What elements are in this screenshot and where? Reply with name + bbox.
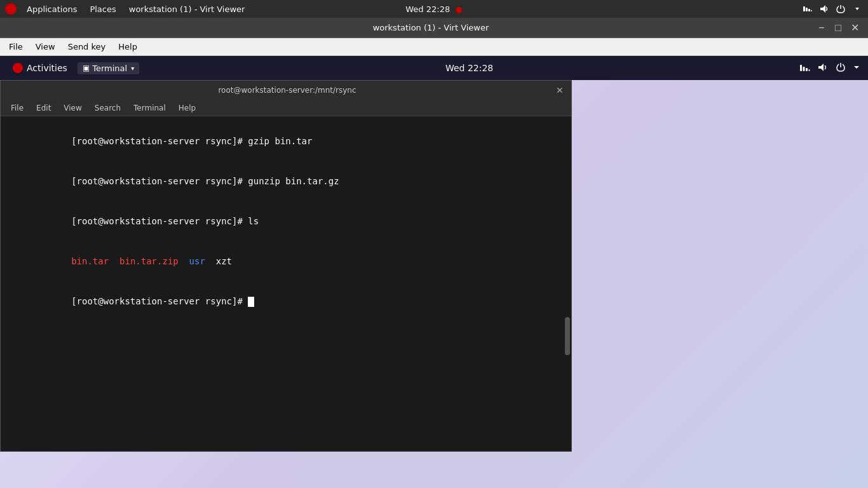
cursor [248,297,254,307]
guest-redhat-icon [13,63,23,73]
guest-chevron-icon[interactable] [853,63,860,73]
terminal-scrollbar[interactable] [565,317,570,355]
svg-marker-4 [820,5,825,13]
terminal-small-icon: ▣ [83,64,90,72]
activities-label: Activities [27,63,67,73]
close-button[interactable]: ✕ [849,22,860,34]
svg-rect-7 [803,67,805,71]
terminal-body[interactable]: [root@workstation-server rsync]# gzip bi… [1,116,571,451]
term-line-5: [root@workstation-server rsync]# [7,281,565,322]
term-menu-view[interactable]: View [58,102,86,114]
virt-menu-file[interactable]: File [3,41,29,53]
terminal-titlebar-title: root@workstation-server:/mnt/rsync [20,86,555,95]
terminal-close-button[interactable]: ✕ [555,85,565,95]
chevron-down-icon[interactable] [851,3,863,15]
virt-titlebar: workstation (1) - Virt Viewer − □ ✕ [0,18,868,38]
virt-titlebar-title: workstation (1) - Virt Viewer [46,23,816,32]
host-topbar-left: Applications Places workstation (1) - Vi… [5,3,250,15]
term-line-3: [root@workstation-server rsync]# ls [7,201,565,241]
maximize-button[interactable]: □ [832,22,844,34]
svg-rect-0 [803,6,805,11]
terminal-taskbar-label: Terminal [92,64,127,73]
host-tray [802,3,863,15]
terminal-titlebar: root@workstation-server:/mnt/rsync ✕ [1,81,571,100]
guest-topbar: Activities ▣ Terminal ▾ Wed 22:28 [0,56,868,80]
svg-rect-1 [806,8,808,11]
host-topbar: Applications Places workstation (1) - Vi… [0,0,868,18]
activities-button[interactable]: Activities [8,62,72,74]
redhat-icon [5,3,17,15]
virt-menubar: File View Send key Help [0,38,868,56]
places-menu[interactable]: Places [85,3,121,15]
window-title-menu[interactable]: workstation (1) - Virt Viewer [124,3,250,15]
guest-network-icon[interactable] [799,62,811,75]
term-line-4-ls: bin.tar bin.tar.zip usr xzt [7,241,565,281]
guest-tray [799,62,860,75]
terminal-taskbar-button[interactable]: ▣ Terminal ▾ [78,62,139,74]
terminal-menubar: File Edit View Search Terminal Help [1,100,571,116]
terminal-window: root@workstation-server:/mnt/rsync ✕ Fil… [0,80,572,452]
svg-marker-10 [818,64,824,71]
svg-rect-3 [811,10,812,11]
term-menu-terminal[interactable]: Terminal [128,102,171,114]
svg-rect-9 [809,69,810,71]
volume-tray-icon[interactable] [818,3,830,15]
term-line-2: [root@workstation-server rsync]# gunzip … [7,161,565,201]
svg-marker-11 [854,66,859,69]
term-menu-edit[interactable]: Edit [31,102,56,114]
network-tray-icon[interactable] [802,3,813,15]
term-menu-file[interactable]: File [6,102,29,114]
term-menu-help[interactable]: Help [173,102,201,114]
svg-rect-8 [806,68,808,71]
guest-topbar-left: Activities ▣ Terminal ▾ [8,62,139,74]
guest-time: Wed 22:28 [445,63,493,73]
virt-menu-view[interactable]: View [29,41,62,53]
terminal-dropdown-icon: ▾ [131,65,134,72]
virt-viewer-window: workstation (1) - Virt Viewer − □ ✕ File… [0,18,868,488]
guest-clock: Wed 22:28 [445,63,493,73]
applications-menu[interactable]: Applications [22,3,82,15]
svg-rect-6 [800,65,802,71]
virt-menu-sendkey[interactable]: Send key [62,41,112,53]
term-menu-search[interactable]: Search [90,102,126,114]
virt-menu-help[interactable]: Help [112,41,144,53]
virt-titlebar-controls: − □ ✕ [816,22,860,34]
power-tray-icon[interactable] [835,3,846,15]
guest-power-icon[interactable] [835,62,846,75]
svg-rect-2 [808,9,810,11]
host-clock-dot: ● [455,4,462,14]
term-line-1: [root@workstation-server rsync]# gzip bi… [7,121,565,161]
guest-desktop: 西部开源 root@workstation-server:/mnt/rsync … [0,80,868,488]
svg-marker-5 [855,8,859,10]
guest-volume-icon[interactable] [817,62,829,75]
host-clock: Wed 22:28 ● [405,4,462,14]
minimize-button[interactable]: − [816,22,827,34]
host-time: Wed 22:28 [405,4,450,14]
